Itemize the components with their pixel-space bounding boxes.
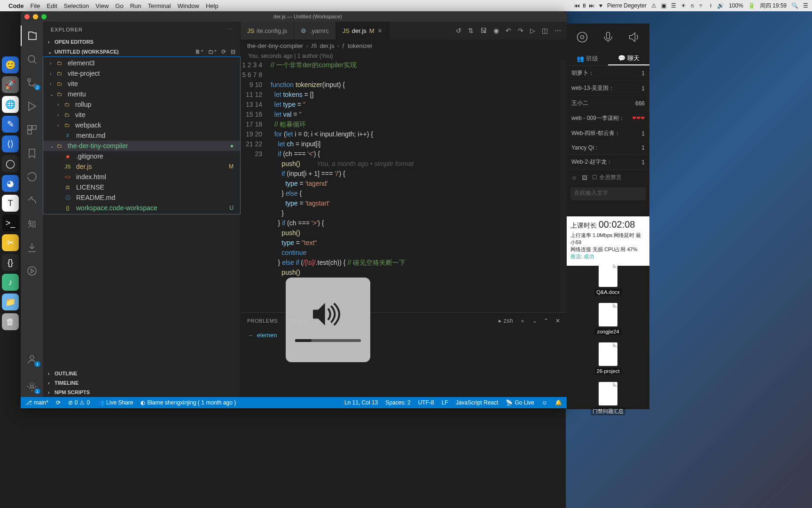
close-tab-icon[interactable]: ✕ [377,27,383,34]
menu-go[interactable]: Go [115,2,123,9]
tree-readme[interactable]: ⓘREADME.md [43,192,240,203]
bluetooth-icon[interactable]: ᚼ [709,2,712,9]
menu-window[interactable]: Window [178,2,199,9]
status-liveshare[interactable]: 👥 Live Share [97,399,133,406]
close-window[interactable] [24,14,30,19]
activity-account[interactable]: 1 [21,349,43,370]
status-golive[interactable]: 📡 Go Live [506,399,534,406]
volume-icon[interactable]: 🔊 [717,2,724,9]
app-menu[interactable]: Code [8,2,24,9]
section-open-editors[interactable]: ›OPEN EDITORS [43,37,240,47]
split-terminal-icon[interactable]: ⌄ [532,318,538,324]
desktop-file-qa[interactable]: Q&A.docx [594,263,622,295]
desktop-file-project[interactable]: 26-project [595,342,622,374]
tree-mentu[interactable]: ⌄🗀mentu [43,89,240,99]
menu-selection[interactable]: Selection [64,2,89,9]
dock-trash[interactable]: 🗑 [2,313,19,330]
menu-run[interactable]: Run [130,2,141,9]
dock-text[interactable]: T [2,195,19,212]
close-panel-icon[interactable]: ✕ [555,318,561,324]
status-feedback-icon[interactable]: ☺ [542,399,547,406]
window-controls[interactable] [24,14,47,19]
save-icon[interactable]: 🖫 [480,27,487,34]
wifi-icon[interactable]: ᯤ [699,2,704,9]
chat-list[interactable]: 胡萝卜：1 web-13-吴亚国：1 王小二666 web - 009一李谋刚：… [567,66,649,170]
tab-chat[interactable]: 💬聊天 [608,52,649,65]
speaker-icon[interactable] [627,31,640,45]
panel-problems[interactable]: PROBLEMS [247,318,278,324]
activity-settings[interactable]: 1 [21,376,43,397]
image-icon[interactable]: 🖼 [582,175,587,181]
status-encoding[interactable]: UTF-8 [418,399,434,406]
section-npm[interactable]: ›NPM SCRIPTS [43,388,240,397]
tree-workspace-file[interactable]: {}workspace.code-workspaceU [43,203,240,213]
tree-vite-project[interactable]: ›🗀vite-project [43,68,240,79]
menu-terminal[interactable]: Terminal [148,2,171,9]
tab-yarnrc[interactable]: ⚙.yarnrc [294,22,336,40]
terminal-shell[interactable]: ▸ zsh [499,318,513,324]
control-center-icon[interactable]: ☰ [803,2,808,9]
status-bell-icon[interactable]: 🔔 [555,399,562,406]
menu-view[interactable]: View [95,2,109,9]
redo-icon[interactable]: ↷ [518,27,523,34]
dock-downloads[interactable]: 📁 [2,294,19,310]
dock-app-3[interactable]: ◕ [2,175,19,192]
tree-mentu-md[interactable]: #mentu.md [43,130,240,141]
desktop-file-issues[interactable]: 门禁问题汇总 [591,382,625,415]
split-icon[interactable]: ◫ [542,27,548,34]
tab-class[interactable]: 👥班级 [567,53,608,65]
dock-finder[interactable]: 🙂 [2,56,19,73]
dock-app-4[interactable]: {} [2,254,19,271]
tree-der-js[interactable]: JSder.jsM [43,161,240,172]
undo-icon[interactable]: ↶ [506,27,511,34]
dock-music[interactable]: ♪ [2,274,19,291]
dock-launchpad[interactable]: 🚀 [2,76,19,93]
tree-rollup[interactable]: ›🗀rollup [43,99,240,110]
desktop-file-zongjie[interactable]: zongjie24 [595,303,621,335]
activity-play[interactable] [21,261,43,281]
run-icon[interactable]: ▷ [530,27,535,34]
tree-index-html[interactable]: <>index.html [43,172,240,182]
section-timeline[interactable]: ›TIMELINE [43,378,240,388]
history-icon[interactable]: ↺ [456,27,461,34]
dock-terminal[interactable]: >_ [2,214,19,231]
breadcrumb[interactable]: the-der-tiny-compiler› JSder.js› ƒtokeni… [241,40,567,52]
status-language[interactable]: JavaScript React [456,399,499,406]
menu-edit[interactable]: Edit [47,2,57,9]
activity-debug[interactable] [21,96,43,117]
collapse-icon[interactable]: ⊟ [231,48,235,55]
tree-compiler[interactable]: ⌄🗀the-der-tiny-compiler● [43,141,240,151]
status-errors[interactable]: ⊘ 0 ⚠ 0 [68,399,90,406]
dock-chrome[interactable]: 🌐 [2,96,19,113]
tree-webpack[interactable]: ›🗀webpack [43,120,240,130]
status-spaces[interactable]: Spaces: 2 [385,399,410,406]
explorer-more-icon[interactable]: ⋯ [227,26,233,32]
menu-file[interactable]: File [31,2,40,9]
tree-vite2[interactable]: ›🗀vite [43,110,240,120]
tab-config[interactable]: JSite.config.js [241,22,294,40]
commit-icon[interactable]: ◉ [493,27,499,34]
activity-scm[interactable]: 2 [21,72,43,93]
tree-license[interactable]: ⚖LICENSE [43,182,240,192]
minimize-window[interactable] [33,14,38,19]
dock-scissors[interactable]: ✂ [2,234,19,251]
new-file-icon[interactable]: 🗎⁺ [195,48,203,55]
section-outline[interactable]: ›OUTLINE [43,369,240,378]
status-cursor[interactable]: Ln 11, Col 13 [344,399,378,406]
dock-vscode[interactable]: ⟨⟩ [2,135,19,152]
media-controls[interactable]: ⏮ ⏸ ⏭ [574,2,594,9]
tree-element3[interactable]: ›🗀element3 [43,58,240,68]
mute-all[interactable]: ☐ 全员禁言 [592,174,621,182]
new-terminal-icon[interactable]: ＋ [520,317,526,325]
activity-knowledge[interactable]: 知 [21,214,43,234]
status-blame[interactable]: ◐ Blame shengxinjing ( 1 month ago ) [141,399,236,406]
tree-vite[interactable]: ›🗀vite [43,79,240,89]
screen-share-icon[interactable] [576,31,589,45]
code-content[interactable]: // 一个非常der的compiler实现 function tokenizer… [271,60,560,312]
status-branch[interactable]: ⎇ main* [25,399,48,406]
clock[interactable]: 周四 19:59 [760,2,787,10]
code-editor[interactable]: 1 2 3 4 5 6 7 8 9 10 11 12 13 14 15 16 1… [241,60,567,312]
maximize-window[interactable] [41,14,47,19]
menu-help[interactable]: Help [206,2,219,9]
status-sync[interactable]: ⟳ [56,399,61,406]
